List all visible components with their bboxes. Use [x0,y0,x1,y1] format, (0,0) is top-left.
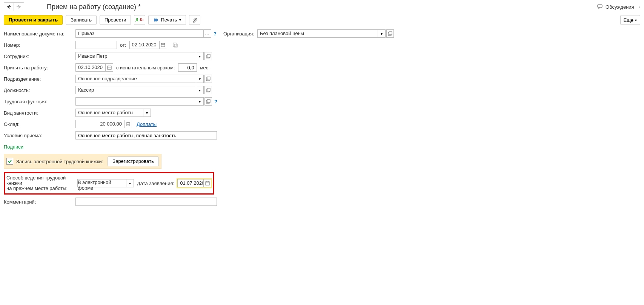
department-value: Основное подразделение [76,75,196,83]
svg-point-29 [128,124,129,124]
date-input[interactable]: 02.10.2020 [129,41,167,49]
calendar-button[interactable] [159,41,167,49]
labor-function-input[interactable]: ▾ [75,97,204,106]
open-button[interactable] [204,97,212,106]
number-row: Номер: от: 02.10.2020 [4,41,640,49]
write-button[interactable]: Записать [66,15,97,25]
salary-input[interactable]: 20 000,00 [75,120,132,128]
dropdown-button[interactable]: ▾ [196,98,203,105]
chevron-right-icon: › [639,4,640,10]
dropdown-button[interactable]: ▾ [196,75,203,83]
months-label: мес. [200,65,210,71]
post-close-button[interactable]: Провести и закрыть [4,15,63,25]
app-date-value: 01.07.2020 [178,179,203,187]
help-icon[interactable]: ? [214,31,217,37]
back-button[interactable] [4,3,14,11]
date-value: 02.10.2020 [130,41,159,49]
position-input[interactable]: Кассир ▾ [75,86,204,94]
nav-buttons [4,2,24,11]
probation-input[interactable] [178,63,197,72]
calculator-button[interactable] [124,120,132,128]
workbook-method-value: В электронной форме [78,179,126,187]
open-button[interactable] [204,75,212,83]
svg-point-32 [128,124,129,125]
toolbar: Провести и закрыть Записать Провести ДтК… [0,14,644,29]
open-button[interactable] [204,52,212,60]
number-input[interactable] [75,41,117,49]
comment-input[interactable] [75,198,217,206]
help-icon[interactable]: ? [214,99,217,104]
more-button[interactable]: Еще ▾ [620,15,640,25]
svg-point-30 [129,124,129,124]
dropdown-button[interactable]: ▾ [196,52,203,60]
hire-date-input[interactable]: 02.10.2020 [75,63,113,72]
page-title: Прием на работу (создание) * [47,3,141,11]
app-date-input[interactable]: 01.07.2020 [177,179,211,187]
ellipsis-button[interactable]: ... [203,30,211,37]
paperclip-icon [192,17,197,23]
open-icon [206,88,211,92]
employee-input[interactable]: Иванов Петр ▾ [75,52,204,60]
dropdown-button[interactable]: ▾ [196,86,203,94]
labor-function-value [76,98,196,105]
toolbar-left: Провести и закрыть Записать Провести ДтК… [4,15,200,25]
svg-point-31 [127,124,128,125]
workbook-method-label: Способ ведения трудовой книжки на прежне… [6,175,77,191]
labor-function-label: Трудовая функция: [4,99,75,104]
doc-status-icon[interactable] [172,42,178,48]
dropdown-button[interactable]: ▾ [143,109,151,116]
forward-button[interactable] [14,3,24,11]
dropdown-button[interactable]: ▾ [378,30,385,37]
department-input[interactable]: Основное подразделение ▾ [75,75,204,83]
position-value: Кассир [76,86,196,94]
svg-rect-2 [598,5,602,8]
form: Наименование документа: Приказ ... ? Орг… [0,29,644,206]
calculator-icon [126,122,131,126]
svg-point-33 [129,124,129,125]
header-right: Обсуждения › [597,4,640,10]
signatures-link[interactable]: Подписи [4,144,23,150]
calendar-button[interactable] [105,64,113,71]
attachment-button[interactable] [189,15,200,25]
discussions-icon[interactable] [597,4,603,9]
open-button[interactable] [386,29,394,38]
surcharges-link[interactable]: Доплаты [137,121,157,127]
print-button[interactable]: Печать ▾ [148,15,186,25]
workbook-method-row: Способ ведения трудовой книжки на прежне… [4,172,214,195]
employment-type-input[interactable]: Основное место работы ▾ [75,109,151,117]
svg-rect-12 [173,43,176,47]
post-button[interactable]: Провести [100,15,131,25]
calendar-button[interactable] [203,179,211,187]
e-workbook-checkbox[interactable] [6,158,13,165]
svg-rect-15 [207,54,210,57]
svg-rect-5 [155,21,157,22]
conditions-input[interactable] [75,131,217,139]
register-button[interactable]: Зарегистрировать [108,156,158,166]
workbook-method-input[interactable]: В электронной форме ▾ [77,179,134,187]
chevron-down-icon: ▾ [635,18,637,22]
probation-label: с испытательным сроком: [116,65,175,71]
hire-date-row: Принять на работу: 02.10.2020 с испытате… [4,63,640,72]
employee-row: Сотрудник: Иванов Петр ▾ [4,52,640,60]
employment-type-row: Вид занятости: Основное место работы ▾ [4,109,640,117]
doc-name-label: Наименование документа: [4,31,75,37]
dropdown-button[interactable]: ▾ [126,179,134,187]
chevron-down-icon: ▾ [179,17,181,23]
discussions-label[interactable]: Обсуждения [606,4,634,10]
print-label: Печать [161,17,177,23]
hire-date-value: 02.10.2020 [76,64,105,71]
dtkt-button[interactable]: ДтКт [134,15,145,25]
organization-input[interactable]: Без плановой цены ▾ [257,29,386,38]
svg-rect-25 [207,100,210,103]
open-button[interactable] [204,86,212,94]
department-label: Подразделение: [4,76,75,82]
e-workbook-panel: Запись электронной трудовой книжки: Заре… [4,154,161,169]
e-workbook-label: Запись электронной трудовой книжки: [16,159,103,164]
conditions-label: Условия приема: [4,133,75,138]
conditions-row: Условия приема: [4,131,640,139]
header-left: Прием на работу (создание) * [4,2,141,11]
open-icon [206,77,211,81]
organization-label: Организация: [223,31,254,37]
doc-name-input[interactable]: Приказ ... [75,29,211,38]
svg-rect-23 [207,88,210,91]
